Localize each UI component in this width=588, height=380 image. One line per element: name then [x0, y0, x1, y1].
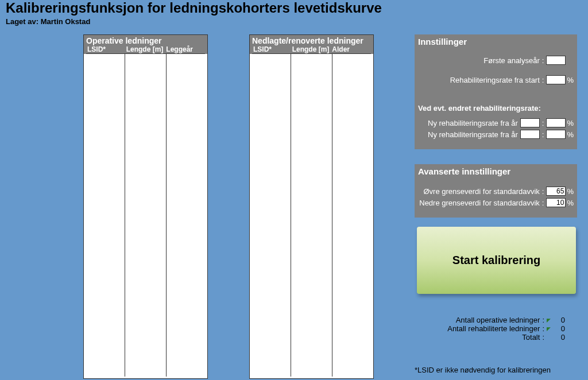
new-rate1-year-input[interactable]	[520, 118, 540, 127]
changed-rate-heading: Ved evt. endret rehabiliteringsrate:	[418, 104, 574, 113]
rehab-start-label: Rehabiliteringsrate fra start	[450, 76, 540, 84]
percent-label: %	[567, 187, 574, 196]
table-col[interactable]	[332, 54, 373, 377]
operative-table: Operative ledninger LSID* Lengde [m] Leg…	[83, 34, 208, 379]
new-rate1-value-input[interactable]	[546, 118, 566, 127]
colon: :	[542, 76, 544, 84]
colon: :	[542, 130, 544, 139]
footnote: *LSID er ikke nødvendig for kalibreringe…	[415, 366, 551, 374]
rehab-start-row: Rehabiliteringsrate fra start : %	[418, 75, 574, 84]
upper-stddev-input[interactable]	[546, 187, 566, 196]
colon: :	[542, 56, 544, 65]
nedlagte-table-body[interactable]	[250, 54, 373, 377]
operative-table-header: Operative ledninger LSID* Lengde [m] Leg…	[84, 35, 207, 54]
nedlagte-table: Nedlagte/renoverte ledninger LSID* Lengd…	[249, 34, 374, 379]
col-year: Leggeår	[166, 45, 205, 53]
colon: :	[542, 119, 544, 127]
new-rate2-value-input[interactable]	[546, 130, 566, 139]
stat-rehab-label: Antall rehabiliterte ledninger	[447, 324, 540, 333]
start-button-label: Start kalibrering	[452, 254, 540, 267]
settings-title: Innstillinger	[418, 37, 574, 46]
new-rate2-row: Ny rehabiliteringsrate fra år : %	[418, 130, 574, 139]
author-prefix: Laget av:	[6, 17, 41, 26]
new-rate1-row: Ny rehabiliteringsrate fra år : %	[418, 118, 574, 127]
new-rate1-label: Ny rehabiliteringsrate fra år	[428, 119, 518, 127]
nedlagte-table-header: Nedlagte/renoverte ledninger LSID* Lengd…	[250, 35, 373, 54]
cell-marker-icon: ◤	[546, 317, 554, 323]
start-calibration-button[interactable]: Start kalibrering	[417, 227, 576, 294]
rehab-start-input[interactable]	[546, 75, 566, 84]
first-year-input[interactable]	[546, 56, 566, 65]
colon: :	[542, 187, 544, 196]
nedlagte-table-columns: LSID* Lengde [m] Alder	[252, 45, 371, 54]
stat-total-row: Totalt : 0	[415, 333, 565, 342]
percent-label: %	[567, 130, 574, 139]
table-col[interactable]	[125, 54, 167, 377]
table-col[interactable]	[291, 54, 332, 377]
upper-stddev-label: Øvre grenseverdi for standardavvik	[424, 187, 540, 196]
upper-stddev-row: Øvre grenseverdi for standardavvik : %	[418, 187, 574, 196]
col-lsid: LSID*	[252, 45, 292, 53]
advanced-title: Avanserte innstillinger	[418, 166, 574, 176]
operative-table-body[interactable]	[84, 54, 207, 377]
colon: :	[542, 333, 544, 342]
operative-table-title: Operative ledninger	[86, 36, 205, 45]
percent-label: %	[567, 119, 574, 127]
stat-total-value: 0	[554, 333, 565, 342]
table-col[interactable]	[167, 54, 207, 377]
col-length: Lengde [m]	[126, 45, 167, 53]
table-col[interactable]	[250, 54, 291, 377]
author-name: Martin Okstad	[41, 17, 91, 26]
first-year-row: Første analyseår : %	[418, 56, 574, 65]
colon: :	[542, 199, 544, 207]
percent-label: %	[567, 76, 574, 84]
new-rate2-label: Ny rehabiliteringsrate fra år	[428, 130, 518, 139]
header: Kalibreringsfunksjon for ledningskohorte…	[6, 0, 382, 26]
advanced-panel: Avanserte innstillinger Øvre grenseverdi…	[415, 164, 577, 218]
lower-stddev-input[interactable]	[546, 198, 566, 207]
new-rate2-year-input[interactable]	[520, 130, 540, 139]
stat-total-label: Totalt	[522, 333, 540, 342]
stats-block: Antall operative ledninger : ◤ 0 Antall …	[415, 316, 565, 342]
colon: :	[542, 324, 544, 333]
stat-rehab-value: 0	[554, 324, 565, 333]
percent-label: %	[567, 199, 574, 207]
table-col[interactable]	[84, 54, 125, 377]
col-lsid: LSID*	[86, 45, 126, 53]
stat-operative-row: Antall operative ledninger : ◤ 0	[415, 316, 565, 324]
stat-operative-value: 0	[554, 316, 565, 324]
stat-operative-label: Antall operative ledninger	[456, 316, 540, 324]
col-age: Alder	[332, 45, 371, 53]
author-line: Laget av: Martin Okstad	[6, 17, 382, 26]
lower-stddev-row: Nedre grenseverdi for standardavvik : %	[418, 198, 574, 207]
cell-marker-icon: ◤	[546, 326, 554, 332]
colon: :	[542, 316, 544, 324]
operative-table-columns: LSID* Lengde [m] Leggeår	[86, 45, 205, 54]
nedlagte-table-title: Nedlagte/renoverte ledninger	[252, 36, 371, 45]
settings-panel: Innstillinger Første analyseår : % Rehab…	[415, 34, 577, 149]
page-title: Kalibreringsfunksjon for ledningskohorte…	[6, 0, 382, 16]
stat-rehab-row: Antall rehabiliterte ledninger : ◤ 0	[415, 324, 565, 333]
lower-stddev-label: Nedre grenseverdi for standardavvik	[419, 199, 540, 207]
first-year-label: Første analyseår	[483, 56, 540, 65]
col-length: Lengde [m]	[292, 45, 332, 53]
